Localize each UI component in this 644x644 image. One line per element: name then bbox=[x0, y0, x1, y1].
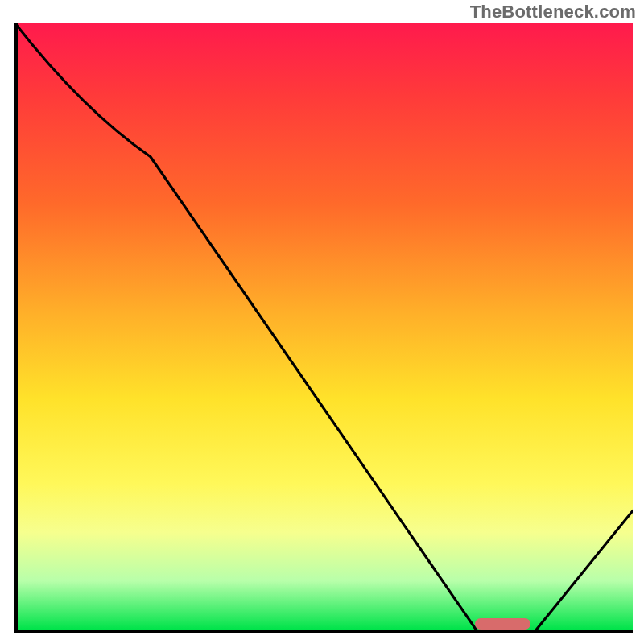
chart-container: TheBottleneck.com bbox=[0, 0, 644, 644]
attribution-text: TheBottleneck.com bbox=[470, 2, 636, 23]
optimal-range-marker bbox=[475, 618, 530, 630]
chart-background-gradient bbox=[14, 23, 633, 633]
